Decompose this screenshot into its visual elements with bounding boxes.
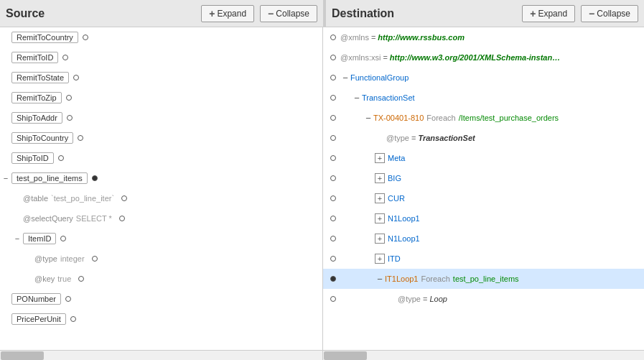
toggle-test-po[interactable]: − bbox=[0, 172, 11, 184]
list-item: − ItemID bbox=[0, 229, 322, 249]
dest-connector-fg bbox=[326, 75, 340, 80]
list-item: − test_po_line_items bbox=[0, 168, 322, 188]
bottom-scrollbar bbox=[0, 350, 644, 360]
collapse-label: Collapse bbox=[276, 9, 309, 19]
list-item: − TransactionSet bbox=[323, 88, 644, 108]
dest-connector-type-ts bbox=[326, 135, 340, 141]
connector-selectQuery bbox=[115, 216, 129, 221]
connector-test-po bbox=[88, 175, 102, 181]
plus-icon: + bbox=[209, 8, 215, 19]
node-PricePerUnit[interactable]: PricePerUnit bbox=[11, 313, 66, 325]
connector-type-integer bbox=[88, 256, 102, 262]
list-item: − FunctionalGroup bbox=[323, 68, 644, 88]
list-item: + N1Loop1 bbox=[323, 208, 644, 229]
node-ShipToCountry[interactable]: ShipToCountry bbox=[11, 132, 73, 144]
node-RemitToZip[interactable]: RemitToZip bbox=[11, 92, 62, 103]
toggle-FunctionalGroup[interactable]: − bbox=[340, 73, 350, 83]
dest-connector-n1loop1a bbox=[326, 216, 340, 221]
source-expand-button[interactable]: + Expand bbox=[201, 5, 254, 22]
dest-collapse-label: Collapse bbox=[597, 9, 630, 19]
source-panel[interactable]: RemitToCountry RemitToID R bbox=[0, 27, 323, 350]
node-ShipToAddr[interactable]: ShipToAddr bbox=[11, 112, 62, 124]
list-item: @selectQuery SELECT * bbox=[0, 208, 322, 229]
toggle-TX[interactable]: − bbox=[363, 113, 373, 123]
list-item: ShipToCountry bbox=[0, 128, 322, 148]
dest-connector-cur bbox=[326, 195, 340, 201]
list-item: @table `test_po_line_iter` bbox=[0, 188, 322, 208]
dest-connector-xmlns-xsi bbox=[326, 55, 340, 60]
toggle-CUR[interactable]: + bbox=[375, 193, 385, 203]
list-item: + Meta bbox=[323, 148, 644, 168]
dest-expand-label: Expand bbox=[538, 9, 567, 19]
list-item: − TX-00401-810 Foreach /Items/test_purch… bbox=[323, 108, 644, 128]
connector-RemitToCountry bbox=[78, 34, 93, 40]
list-item: + BIG bbox=[323, 168, 644, 188]
list-item: + CUR bbox=[323, 188, 644, 208]
dest-title: Destination bbox=[332, 7, 394, 20]
toggle-N1Loop1a[interactable]: + bbox=[375, 213, 385, 223]
dest-connector-ts bbox=[326, 95, 340, 101]
dest-collapse-button[interactable]: − Collapse bbox=[581, 5, 638, 22]
connector-key bbox=[74, 276, 88, 282]
connector-RemitToID bbox=[58, 55, 73, 60]
node-test-po-line-items[interactable]: test_po_line_items bbox=[11, 172, 88, 184]
expand-label: Expand bbox=[217, 9, 246, 19]
plus-icon-dest: + bbox=[530, 8, 536, 19]
scrollbar-thumb-left[interactable] bbox=[1, 351, 44, 360]
source-header: Source + Expand − Collapse bbox=[0, 5, 323, 22]
node-RemitToID[interactable]: RemitToID bbox=[11, 52, 58, 63]
connector-PONumber bbox=[61, 296, 75, 302]
list-item: @type = Loop bbox=[323, 289, 644, 309]
connector-ItemID bbox=[56, 236, 70, 241]
node-ItemID[interactable]: ItemID bbox=[23, 233, 56, 244]
dest-connector-meta bbox=[326, 155, 340, 161]
node-ShipToID[interactable]: ShipToID bbox=[11, 152, 54, 164]
toggle-N1Loop1b[interactable]: + bbox=[375, 234, 385, 244]
list-item: PONumber bbox=[0, 289, 322, 309]
bottom-scrollbar-left[interactable] bbox=[0, 351, 323, 360]
list-item: ShipToID bbox=[0, 148, 322, 168]
connector-RemitToState bbox=[69, 75, 83, 80]
list-item: @key true bbox=[0, 269, 322, 289]
dest-connector-xmlns bbox=[326, 34, 340, 40]
list-item: ShipToAddr bbox=[0, 108, 322, 128]
dest-connector-big bbox=[326, 175, 340, 181]
header-bar: Source + Expand − Collapse Destination +… bbox=[0, 0, 644, 27]
bottom-scrollbar-right[interactable] bbox=[323, 351, 644, 360]
dest-expand-button[interactable]: + Expand bbox=[522, 5, 575, 22]
list-item: @xmlns:xsi = http://www.w3.org/2001/XMLS… bbox=[323, 47, 644, 68]
list-item: − IT1Loop1 Foreach test_po_line_items bbox=[323, 269, 644, 289]
list-item: @xmlns = http://www.rssbus.com bbox=[323, 27, 644, 47]
minus-icon-dest: − bbox=[589, 8, 594, 19]
toggle-TransactionSet[interactable]: − bbox=[352, 93, 362, 103]
list-item: @type integer bbox=[0, 249, 322, 269]
toggle-IT1Loop1[interactable]: − bbox=[375, 274, 385, 284]
source-collapse-button[interactable]: − Collapse bbox=[260, 5, 317, 22]
list-item: RemitToState bbox=[0, 68, 322, 88]
source-title: Source bbox=[6, 7, 45, 20]
dest-connector-itd bbox=[326, 256, 340, 262]
connector-RemitToZip bbox=[62, 95, 76, 101]
minus-icon: − bbox=[268, 8, 274, 19]
dest-header: Destination + Expand − Collapse bbox=[326, 5, 644, 22]
toggle-ItemID[interactable]: − bbox=[11, 233, 23, 244]
dest-connector-type-loop bbox=[326, 296, 340, 302]
app-container: Source + Expand − Collapse Destination +… bbox=[0, 0, 644, 360]
node-PONumber[interactable]: PONumber bbox=[11, 293, 61, 305]
toggle-Meta[interactable]: + bbox=[375, 153, 385, 163]
connector-ShipToAddr bbox=[62, 115, 77, 121]
toggle-ITD[interactable]: + bbox=[375, 254, 385, 264]
dest-panel[interactable]: @xmlns = http://www.rssbus.com @xmlns:xs… bbox=[323, 27, 644, 350]
list-item: + ITD bbox=[323, 249, 644, 269]
dest-connector-tx bbox=[326, 115, 340, 121]
list-item: RemitToID bbox=[0, 47, 322, 68]
list-item: RemitToZip bbox=[0, 88, 322, 108]
node-RemitToCountry[interactable]: RemitToCountry bbox=[11, 32, 78, 43]
connector-table bbox=[117, 195, 131, 201]
dest-connector-it1loop1 bbox=[326, 276, 340, 282]
scrollbar-thumb-right[interactable] bbox=[324, 351, 367, 360]
list-item: + N1Loop1 bbox=[323, 229, 644, 249]
connector-ShipToID bbox=[54, 155, 68, 161]
toggle-BIG[interactable]: + bbox=[375, 173, 385, 183]
node-RemitToState[interactable]: RemitToState bbox=[11, 72, 69, 83]
